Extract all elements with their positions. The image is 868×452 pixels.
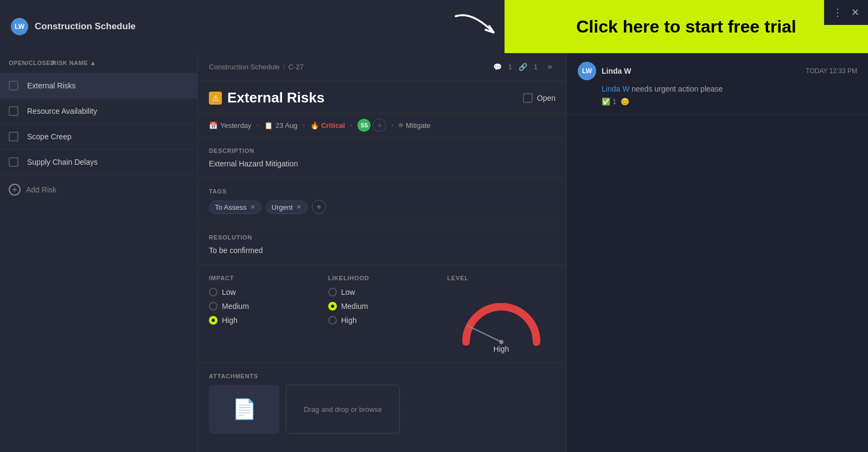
meta-sep-2: • [303,122,305,128]
attachment-drop-zone[interactable]: Drag and drop or browse [286,385,400,434]
level-column: LEVEL High [447,275,556,353]
impact-label: IMPACT [209,275,317,281]
sidebar-item-supply-chain-delays[interactable]: Supply Chain Delays [0,150,197,175]
dot-icon [399,123,403,127]
sidebar-item-scope-creep[interactable]: Scope Creep [0,124,197,150]
assignee-avatar-ss: SS [358,119,371,132]
likelihood-medium[interactable]: Medium [328,302,437,311]
impact-high-radio[interactable] [209,316,218,325]
strategy-text: Mitigate [406,121,431,130]
tag-urgent-remove[interactable]: ✕ [296,203,302,211]
expand-button[interactable]: » [544,61,556,73]
impact-medium-label: Medium [222,302,249,311]
strategy-badge: Mitigate [399,121,431,130]
tags-row: To Assess ✕ Urgent ✕ + [209,200,556,214]
tag-to-assess-remove[interactable]: ✕ [250,203,256,211]
meta-row: 📅 Yesterday • 📋 23 Aug • 🔥 Critical • SS… [198,113,566,138]
breadcrumb: Construction Schedule / C-27 [209,63,304,71]
app-title: Construction Schedule [35,21,136,32]
fire-icon: 🔥 [310,121,319,130]
item-name-scope-creep: Scope Creep [27,132,72,141]
calendar-icon: 📅 [209,121,218,130]
svg-line-0 [468,326,501,342]
likelihood-low[interactable]: Low [328,288,437,296]
meta-sep-4: • [391,122,393,128]
risk-icon: ⚠ [209,92,222,105]
breadcrumb-project: Construction Schedule [209,63,280,71]
chat-mention: Linda W [602,85,629,93]
cta-text: Click here to start free trial [576,17,796,37]
likelihood-low-radio[interactable] [328,288,337,296]
checkbox-scope-creep[interactable] [9,132,18,141]
tag-urgent[interactable]: Urgent ✕ [266,201,308,214]
impact-column: IMPACT Low Medium High [209,275,328,353]
comment-count: 1 [508,63,512,71]
date-icon: 📋 [264,121,273,130]
attachments-section: ATTACHMENTS 📄 Drag and drop or browse [198,363,566,443]
likelihood-radio-group: Low Medium High [328,288,437,325]
likelihood-column: LIKELIHOOD Low Medium High [328,275,448,353]
meta-sep-1: • [257,122,259,128]
user-avatar: LW [11,18,28,35]
attachment-word-doc[interactable]: 📄 [209,385,279,434]
checkbox-resource-availability[interactable] [9,106,18,116]
link-count: 1 [534,63,538,71]
chat-time: TODAY 12:33 PM [806,67,857,75]
assignee-add-button[interactable]: + [373,119,386,132]
chat-message-1: LW Linda W TODAY 12:33 PM Linda W needs … [567,53,868,115]
impact-medium-radio[interactable] [209,302,218,311]
chat-avatar: LW [578,62,596,80]
impact-low[interactable]: Low [209,288,317,296]
chat-message-text: needs urgent action please [629,85,723,93]
likelihood-high-radio[interactable] [328,316,337,325]
likelihood-medium-label: Medium [341,302,368,311]
description-section: DESCRIPTION External Hazard Mitigation [198,138,566,178]
impact-high-label: High [222,316,238,325]
checkbox-external-risks[interactable] [9,81,18,91]
likelihood-low-label: Low [341,288,355,296]
cta-banner[interactable]: Click here to start free trial [505,0,868,53]
date-abs-text: 23 Aug [276,121,298,130]
add-tag-button[interactable]: + [312,200,326,214]
reaction-checkmark[interactable]: ✅ 1 [602,98,616,106]
item-name-supply-chain-delays: Supply Chain Delays [27,158,98,166]
meta-date-relative: 📅 Yesterday [209,121,251,130]
sidebar-item-resource-availability[interactable]: Resource Availability [0,99,197,124]
resolution-label: RESOLUTION [209,234,556,241]
detail-panel: Construction Schedule / C-27 💬 1 🔗 1 » ⚠… [198,53,567,452]
resolution-text: To be confirmed [209,246,556,255]
gauge-chart: High [458,293,545,347]
add-risk-button[interactable]: + Add Risk [0,175,197,204]
description-text: External Hazard Mitigation [209,159,556,168]
description-label: DESCRIPTION [209,147,556,154]
breadcrumb-separator: / [283,63,285,71]
svg-text:High: High [494,345,509,353]
app-header: LW Construction Schedule [0,0,505,53]
chat-reactions: ✅ 1 😊 [578,98,857,106]
open-badge: Open [523,93,556,103]
reaction-count: 1 [612,98,616,106]
likelihood-high[interactable]: High [328,316,437,325]
status-label: Open [537,94,556,102]
reaction-emoji: ✅ [602,98,610,106]
tag-to-assess[interactable]: To Assess ✕ [209,201,261,214]
checkbox-supply-chain-delays[interactable] [9,157,18,167]
sidebar: OPEN/CLOSED RISK NAME ▲ External Risks R… [0,53,198,452]
impact-high[interactable]: High [209,316,317,325]
impact-medium[interactable]: Medium [209,302,317,311]
reaction-emoji-picker[interactable]: 😊 [621,98,629,106]
comment-icon: 💬 [493,63,502,71]
drop-label: Drag and drop or browse [304,405,382,414]
chat-msg-header: LW Linda W TODAY 12:33 PM [578,62,857,80]
open-checkbox[interactable] [523,93,533,103]
meta-date-abs: 📋 23 Aug [264,121,298,130]
assignees: SS + [358,119,386,132]
close-button[interactable]: ✕ [849,4,861,21]
item-name-resource-availability: Resource Availability [27,107,97,115]
impact-low-radio[interactable] [209,288,218,296]
sidebar-item-external-risks[interactable]: External Risks [0,73,197,99]
critical-badge: 🔥 Critical [310,121,345,130]
more-options-button[interactable]: ⋮ [831,4,845,21]
plus-icon: + [9,184,21,196]
likelihood-medium-radio[interactable] [328,302,337,311]
